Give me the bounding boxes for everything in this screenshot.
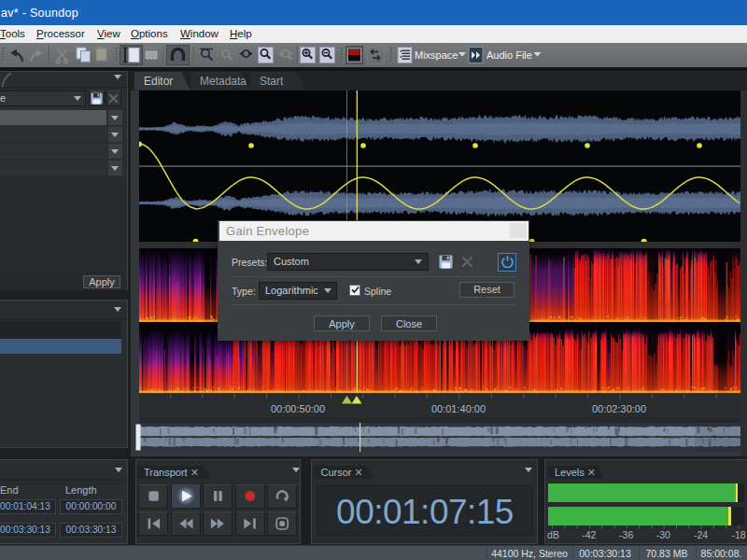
svg-text:Audio File: Audio File bbox=[486, 49, 532, 61]
svg-text:Mixspace: Mixspace bbox=[415, 49, 458, 61]
